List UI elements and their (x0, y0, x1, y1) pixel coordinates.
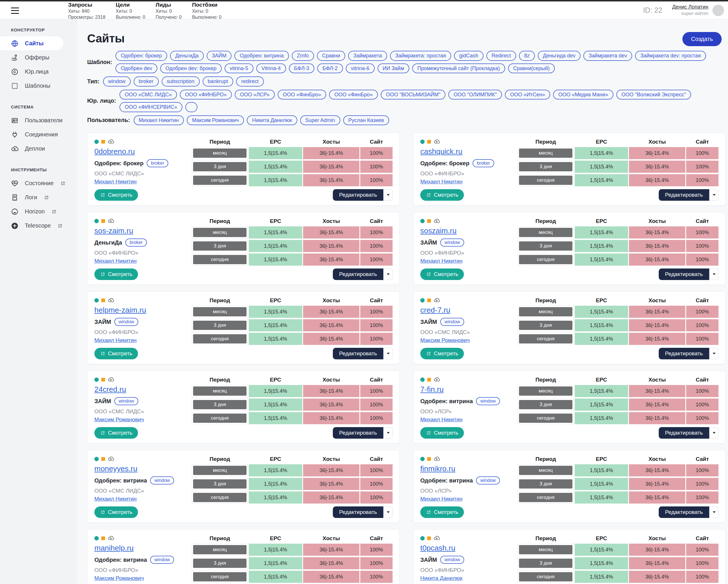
avatar[interactable] (712, 5, 724, 16)
edit-dropdown-toggle[interactable] (710, 348, 719, 359)
edit-dropdown-toggle[interactable] (710, 269, 719, 280)
site-link[interactable]: helpme-zaim.ru (95, 306, 146, 315)
edit-button[interactable]: Редактировать (333, 189, 383, 201)
site-link[interactable]: finmikro.ru (420, 464, 455, 473)
sidebar-item-соединения[interactable]: Соединения (0, 128, 77, 142)
filter-chip[interactable]: ООО «ФИНБРО» (180, 90, 232, 100)
edit-dropdown-toggle[interactable] (384, 506, 393, 518)
hamburger-menu-button[interactable] (11, 7, 19, 14)
site-link[interactable]: 7-fin.ru (420, 385, 444, 394)
user-link[interactable]: Михаил Никитин (420, 178, 463, 185)
filter-chip[interactable]: ИИ Займ (378, 63, 409, 74)
user-link[interactable]: Михаил Никитин (420, 496, 463, 502)
view-button[interactable]: Смотреть (420, 269, 464, 280)
filter-chip[interactable]: bankrupt (203, 77, 233, 86)
filter-chip[interactable] (185, 102, 198, 112)
filter-chip[interactable]: ЗАЙМ (207, 51, 232, 61)
user-link[interactable]: Никита Данилюк (420, 575, 463, 581)
filter-chip[interactable]: Одобрен dev: брокер (160, 63, 222, 74)
filter-chip[interactable]: redirect (236, 77, 264, 86)
edit-button[interactable]: Редактировать (659, 269, 709, 280)
edit-dropdown-toggle[interactable] (384, 269, 393, 280)
filter-chip[interactable]: Деньгида dev (538, 51, 581, 61)
filter-chip[interactable]: Super Admin (300, 115, 340, 126)
filter-chip[interactable]: ООО «СМС ЛИДС» (120, 90, 177, 100)
filter-chip[interactable]: Руслан Казиев (343, 115, 389, 126)
edit-dropdown-toggle[interactable] (384, 189, 393, 201)
site-link[interactable]: sos-zaim.ru (95, 226, 133, 235)
create-button[interactable]: Создать (682, 32, 722, 46)
filter-chip[interactable]: ДеньгиДа (170, 51, 204, 61)
edit-button[interactable]: Редактировать (659, 189, 709, 201)
site-link[interactable]: cashquick.ru (420, 147, 463, 156)
filter-chip[interactable]: ООО «ФинБро» (278, 90, 327, 100)
sidebar-item-офферы[interactable]: Офферы (0, 51, 77, 64)
user-link[interactable]: Михаил Никитин (420, 416, 463, 423)
user-link[interactable]: Максим Романович (95, 575, 144, 581)
filter-chip[interactable]: vitrina-6 (346, 63, 375, 74)
edit-button[interactable]: Редактировать (333, 506, 383, 518)
site-link[interactable]: t0pcash.ru (420, 544, 455, 553)
filter-chip[interactable]: БФЛ-2 (317, 63, 343, 74)
filter-chip[interactable]: ООО "ОЛИМПИК" (448, 90, 502, 100)
sidebar-item-horizon[interactable]: Horizon (0, 204, 77, 219)
edit-button[interactable]: Редактировать (659, 427, 709, 439)
site-link[interactable]: 0dobreno.ru (95, 147, 135, 156)
filter-chip[interactable]: ООО "ВОСЬМИЗАЙМ" (381, 90, 445, 100)
filter-chip[interactable]: Сравни (317, 51, 345, 61)
edit-dropdown-toggle[interactable] (710, 427, 719, 439)
edit-dropdown-toggle[interactable] (384, 427, 393, 439)
view-button[interactable]: Смотреть (95, 348, 138, 359)
filter-chip[interactable]: ООО «ФИНСЕРВИС» (120, 102, 182, 112)
site-link[interactable]: moneyyes.ru (95, 464, 137, 473)
filter-chip[interactable]: БФЛ-3 (289, 63, 315, 74)
edit-button[interactable]: Редактировать (333, 269, 383, 280)
edit-dropdown-toggle[interactable] (710, 506, 719, 518)
filter-chip[interactable]: Займракета dev (583, 51, 632, 61)
filter-chip[interactable]: Одобрен: брокер (115, 51, 167, 61)
sidebar-item-шаблоны[interactable]: Шаблоны (0, 79, 77, 93)
filter-chip[interactable]: vitrina-5 (225, 63, 254, 74)
filter-chip[interactable]: Одобрен dev (115, 63, 157, 74)
site-link[interactable]: soszaim.ru (420, 226, 457, 235)
filter-chip[interactable]: Сравни(серый) (508, 63, 555, 74)
view-button[interactable]: Смотреть (95, 269, 138, 280)
user-link[interactable]: Михаил Никитин (95, 337, 136, 343)
user-link[interactable]: Михаил Никитин (95, 496, 136, 502)
filter-chip[interactable]: subscription (162, 77, 200, 86)
filter-chip[interactable]: Одобрен: витрина (234, 51, 289, 61)
filter-chip[interactable]: Redirect (486, 51, 516, 61)
view-button[interactable]: Смотреть (95, 427, 138, 439)
filter-chip[interactable]: Михаил Никитин (134, 115, 184, 126)
view-button[interactable]: Смотреть (420, 506, 464, 518)
view-button[interactable]: Смотреть (420, 348, 464, 359)
filter-chip[interactable]: Займракета (348, 51, 387, 61)
view-button[interactable]: Смотреть (420, 427, 464, 439)
sidebar-item-telescope[interactable]: Telescope (0, 219, 77, 233)
filter-chip[interactable]: Vitrina-4 (256, 63, 286, 74)
filter-chip[interactable]: Займракета dev: простая (635, 51, 706, 61)
filter-chip[interactable]: ООО «Медиа Мани» (553, 90, 614, 100)
filter-chip[interactable]: ООО «ФинБро» (329, 90, 378, 100)
sidebar-item-состояние[interactable]: Состояние (0, 176, 77, 190)
filter-chip[interactable]: ООО «ИтСен» (505, 90, 550, 100)
filter-chip[interactable]: window (103, 77, 131, 86)
user-name-link[interactable]: Денис Лопатин (672, 4, 708, 10)
view-button[interactable]: Смотреть (95, 189, 138, 201)
edit-button[interactable]: Редактировать (659, 506, 709, 518)
filter-chip[interactable]: gidCash (454, 51, 484, 61)
user-link[interactable]: Максим Романович (95, 416, 144, 423)
sidebar-item-логи[interactable]: Логи (0, 190, 77, 204)
user-link[interactable]: Михаил Никитин (420, 258, 463, 264)
filter-chip[interactable]: 8z (519, 51, 535, 61)
filter-chip[interactable]: broker (134, 77, 159, 86)
filter-chip[interactable]: Займракета: простая (390, 51, 451, 61)
filter-chip[interactable]: Zmfo (292, 51, 314, 61)
filter-chip[interactable]: ООО "Волжский Экспресс" (616, 90, 691, 100)
edit-button[interactable]: Редактировать (333, 348, 383, 359)
edit-button[interactable]: Редактировать (659, 348, 709, 359)
filter-chip[interactable]: Максим Романович (187, 115, 244, 126)
filter-chip[interactable]: Никита Данилюк (247, 115, 297, 126)
edit-button[interactable]: Редактировать (333, 427, 383, 439)
sidebar-item-юр-лица[interactable]: Юр.лица (0, 64, 77, 79)
